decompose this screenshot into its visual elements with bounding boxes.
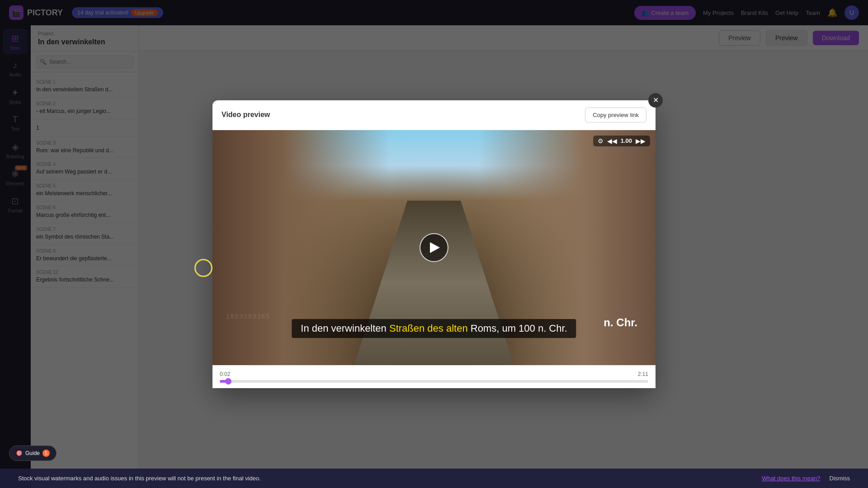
playback-speed: 1.00: [621, 137, 632, 144]
subtitle-text: In den verwinkelten Straßen des alten Ro…: [301, 323, 567, 334]
settings-icon[interactable]: ⚙: [598, 137, 604, 145]
video-watermark: 1823293365: [226, 313, 270, 320]
bottom-notice-bar: Stock visual watermarks and audio issues…: [0, 469, 868, 488]
subtitle-highlight: Straßen des alten: [389, 323, 468, 334]
modal-overlay[interactable]: ✕ Video preview Copy preview link ⚙ ◀◀ 1…: [0, 0, 868, 488]
rewind-icon[interactable]: ◀◀: [607, 137, 617, 145]
modal-title: Video preview: [222, 111, 270, 119]
timeline-thumb[interactable]: [225, 378, 231, 385]
time-total: 2:11: [638, 371, 648, 377]
fast-forward-icon[interactable]: ▶▶: [636, 137, 646, 145]
modal-header-right: Copy preview link: [585, 108, 646, 122]
play-button[interactable]: [420, 233, 448, 262]
subtitle-bar: In den verwinkelten Straßen des alten Ro…: [292, 319, 576, 338]
dismiss-button[interactable]: Dismiss: [830, 475, 850, 482]
copy-preview-link-button[interactable]: Copy preview link: [585, 108, 646, 122]
what-does-this-mean-link[interactable]: What does this mean?: [762, 475, 820, 482]
video-player: ⚙ ◀◀ 1.00 ▶▶ 1823293365 n. Chr. In den v…: [212, 130, 656, 365]
guide-label: Guide: [25, 450, 40, 456]
notice-links: What does this mean? Dismiss: [762, 475, 850, 482]
timeline-track[interactable]: [220, 380, 648, 383]
guide-badge: 5: [42, 450, 50, 457]
guide-icon: 🎯: [16, 450, 23, 456]
video-controls-bar: ⚙ ◀◀ 1.00 ▶▶: [593, 136, 650, 146]
notice-text: Stock visual watermarks and audio issues…: [18, 475, 261, 482]
modal-close-button[interactable]: ✕: [648, 93, 663, 108]
video-background: ⚙ ◀◀ 1.00 ▶▶ 1823293365 n. Chr. In den v…: [212, 130, 656, 365]
n-chr-overlay-text: n. Chr.: [604, 316, 637, 329]
timeline-times: 0:02 2:11: [220, 371, 648, 377]
guide-button[interactable]: 🎯 Guide 5: [9, 446, 57, 461]
video-preview-modal: ✕ Video preview Copy preview link ⚙ ◀◀ 1…: [212, 100, 656, 388]
modal-header: Video preview Copy preview link: [212, 100, 656, 130]
time-current: 0:02: [220, 371, 230, 377]
timeline-bar: 0:02 2:11: [212, 365, 656, 388]
